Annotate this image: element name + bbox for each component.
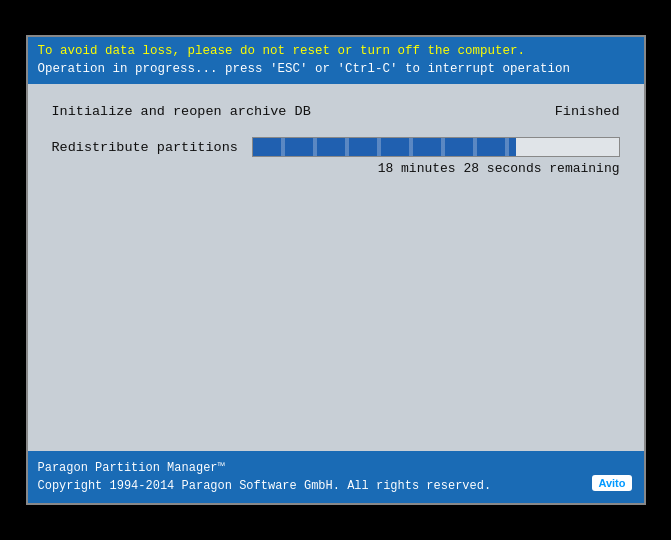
top-bar: To avoid data loss, please do not reset … bbox=[28, 37, 644, 84]
operation-text: Operation in progress... press 'ESC' or … bbox=[38, 61, 634, 79]
progress-bar-fill bbox=[253, 138, 516, 156]
screen: To avoid data loss, please do not reset … bbox=[26, 35, 646, 505]
avito-badge: Avito bbox=[592, 475, 631, 491]
warning-text: To avoid data loss, please do not reset … bbox=[38, 43, 634, 61]
bottom-line1: Paragon Partition Manager™ bbox=[38, 459, 634, 477]
task-row-initialize: Initialize and reopen archive DB Finishe… bbox=[52, 104, 620, 119]
progress-row-redistribute: Redistribute partitions 18 minutes 28 se… bbox=[52, 137, 620, 176]
main-content: Initialize and reopen archive DB Finishe… bbox=[28, 84, 644, 451]
progress-time: 18 minutes 28 seconds remaining bbox=[52, 161, 620, 176]
spacer bbox=[52, 194, 620, 431]
bottom-line2: Copyright 1994-2014 Paragon Software Gmb… bbox=[38, 477, 634, 495]
bottom-bar: Paragon Partition Manager™ Copyright 199… bbox=[28, 451, 644, 503]
task-status-initialize: Finished bbox=[555, 104, 620, 119]
progress-bar-container bbox=[252, 137, 620, 157]
progress-label: Redistribute partitions bbox=[52, 140, 238, 155]
task-label-initialize: Initialize and reopen archive DB bbox=[52, 104, 311, 119]
progress-row-inner: Redistribute partitions bbox=[52, 137, 620, 157]
